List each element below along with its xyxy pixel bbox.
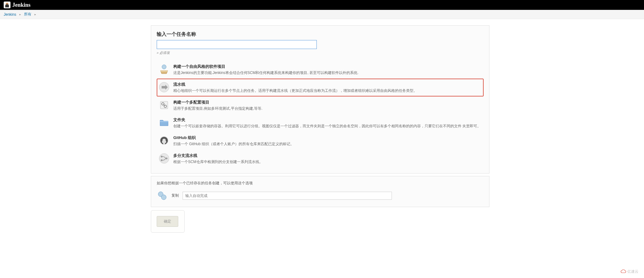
jenkins-icon [4,2,10,8]
item-desc: 这是Jenkins的主要功能.Jenkins将会结合任何SCM和任何构建系统来构… [173,70,482,76]
item-title: 流水线 [173,82,482,87]
section-title-name: 输入一个任务名称 [157,31,484,38]
new-item-panel: 输入一个任务名称 » 必填项 构建一个自由风格的软件项目 这是Jenkins的主… [151,25,489,174]
item-desc: 扫描一个 GitHub 组织（或者个人账户）的所有仓库来匹配已定义的标记。 [173,141,482,147]
svg-point-13 [161,159,163,161]
top-header: Jenkins [0,0,644,10]
item-title: 构建一个自由风格的软件项目 [173,64,482,69]
required-field-label: » 必填项 [157,51,484,55]
item-desc: 精心地组织一个可以长期运行在多个节点上的任务。适用于构建流水线（更加正式地应当称… [173,88,482,93]
item-type-pipeline[interactable]: 流水线 精心地组织一个可以长期运行在多个节点上的任务。适用于构建流水线（更加正式… [157,79,484,96]
breadcrumb-all[interactable]: 所有 [24,12,31,17]
item-type-list: 构建一个自由风格的软件项目 这是Jenkins的主要功能.Jenkins将会结合… [157,61,484,168]
item-desc: 适用于多配置项目,例如多环境测试,平台指定构建,等等. [173,106,482,111]
breadcrumb-jenkins[interactable]: Jenkins [4,12,16,17]
item-name-input[interactable] [157,40,317,49]
freestyle-icon [159,64,170,75]
copy-from-input[interactable] [183,192,392,200]
github-icon [159,135,170,146]
svg-point-14 [166,157,167,159]
svg-rect-9 [160,121,168,122]
item-title: 多分支流水线 [173,153,482,158]
item-type-multiconfig[interactable]: 构建一个多配置项目 适用于多配置项目,例如多环境测试,平台指定构建,等等. [157,96,484,114]
svg-point-3 [162,65,166,69]
copy-label: 复制 [171,193,179,198]
svg-point-11 [159,153,169,163]
svg-point-12 [161,156,163,157]
breadcrumb-bar: Jenkins ▸ 所有 ▸ [0,10,644,19]
folder-icon [159,117,170,128]
copy-from-panel: 如果你想根据一个已经存在的任务创建，可以使用这个选项 复制 [151,176,489,207]
jenkins-mascot-icon [4,2,10,8]
item-type-multibranch[interactable]: 多分支流水线 根据一个SCM仓库中检测到的分支创建一系列流水线。 [157,150,484,168]
item-title: 文件夹 [173,117,482,123]
item-desc: 根据一个SCM仓库中检测到的分支创建一系列流水线。 [173,159,482,165]
item-type-freestyle[interactable]: 构建一个自由风格的软件项目 这是Jenkins的主要功能.Jenkins将会结合… [157,61,484,79]
main-content: 输入一个任务名称 » 必填项 构建一个自由风格的软件项目 这是Jenkins的主… [151,25,489,233]
svg-point-2 [7,4,8,4]
svg-point-16 [161,195,166,200]
item-desc: 创建一个可以嵌套存储的容器。利用它可以进行分组。视图仅仅是一个过滤器，而文件夹则… [173,124,482,129]
item-title: GitHub 组织 [173,135,482,141]
chevron-right-icon: ▸ [34,13,36,16]
item-type-github-org[interactable]: GitHub 组织 扫描一个 GitHub 组织（或者个人账户）的所有仓库来匹配… [157,132,484,150]
multibranch-icon [159,153,170,164]
jenkins-logo-text: Jenkins [12,2,30,8]
copy-icon [157,190,168,201]
svg-point-1 [6,4,7,4]
item-type-folder[interactable]: 文件夹 创建一个可以嵌套存储的容器。利用它可以进行分组。视图仅仅是一个过滤器，而… [157,114,484,132]
chevron-right-icon: ▸ [19,13,21,16]
ok-button[interactable]: 确定 [157,216,178,227]
pipeline-icon [159,82,170,93]
item-title: 构建一个多配置项目 [173,100,482,105]
footer-button-panel: 确定 [151,210,185,233]
multiconfig-icon [159,100,170,111]
copy-intro-text: 如果你想根据一个已经存在的任务创建，可以使用这个选项 [157,181,484,186]
jenkins-logo[interactable]: Jenkins [4,2,30,8]
